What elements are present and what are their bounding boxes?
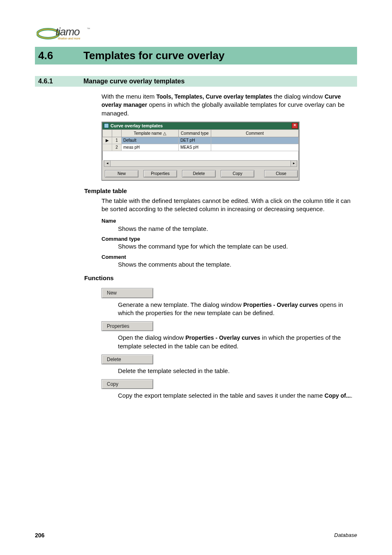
row-index: 2 xyxy=(112,144,122,151)
intro-text: the dialog window xyxy=(272,93,325,100)
cell-cmd: DET pH xyxy=(179,137,211,144)
dialog-name: Properties - Overlay curves xyxy=(185,334,260,341)
def-name-desc: Shows the name of the template. xyxy=(118,225,357,233)
scroll-left-icon[interactable]: ◂ xyxy=(104,161,111,166)
def-comment-desc: Shows the comments about the template. xyxy=(118,260,357,269)
col-template-name[interactable]: Template name △ xyxy=(122,129,179,137)
new-button-desc: Generate a new template. The dialog wind… xyxy=(118,301,357,318)
col-ptr xyxy=(103,129,112,137)
table-empty-area xyxy=(102,151,299,160)
page-number: 206 xyxy=(35,532,44,539)
brand-name: tiamo xyxy=(55,25,80,38)
def-comment-term: Comment xyxy=(101,253,357,261)
cell-name: Default xyxy=(122,137,179,144)
delete-button[interactable]: Delete xyxy=(101,355,153,364)
page: tiamo ™ titration and more 4.6Templates … xyxy=(0,0,392,555)
def-name-term: Name xyxy=(101,217,357,225)
delete-button[interactable]: Delete xyxy=(182,170,216,177)
dialog-button-row: New Properties Delete Copy Close xyxy=(102,168,299,180)
close-button[interactable]: Close xyxy=(264,170,298,177)
functions-heading: Functions xyxy=(84,274,357,281)
copy-button[interactable]: Copy xyxy=(221,170,254,177)
cell-comment xyxy=(211,144,299,151)
template-table-heading: Template table xyxy=(84,187,357,194)
col-index xyxy=(112,129,122,137)
scroll-track[interactable] xyxy=(111,161,291,166)
properties-button-desc: Open the dialog window Properties - Over… xyxy=(118,334,357,350)
properties-button[interactable]: Properties xyxy=(101,321,153,331)
cell-name: meas pH xyxy=(122,144,179,151)
template-table-para: The table with the defined templates can… xyxy=(101,197,357,214)
scroll-right-icon[interactable]: ▸ xyxy=(291,161,297,166)
intro-paragraph: With the menu item Tools, Templates, Cur… xyxy=(101,92,357,181)
copy-button[interactable]: Copy xyxy=(101,379,153,389)
brand-logo: tiamo ™ titration and more xyxy=(37,25,94,43)
templates-table: Template name △ Command type Comment ▶ 1… xyxy=(102,129,299,152)
section-number: 4.6 xyxy=(38,49,83,62)
section-title: Templates for curve overlay xyxy=(83,49,224,62)
dialog-name: Properties - Overlay curves xyxy=(243,302,318,308)
dialog-title: Curve overlay templates xyxy=(111,123,163,129)
subsection-heading: 4.6.1Manage curve overlay templates xyxy=(35,76,357,87)
copy-button-desc: Copy the export template selected in the… xyxy=(118,391,357,400)
new-button[interactable]: New xyxy=(101,288,153,298)
cell-comment xyxy=(211,137,299,144)
intro-text: With the menu item xyxy=(101,93,156,100)
row-index: 1 xyxy=(112,137,122,144)
section-heading: 4.6Templates for curve overlay xyxy=(35,47,357,64)
subsection-title: Manage curve overlay templates xyxy=(83,78,184,85)
close-icon[interactable]: × xyxy=(292,123,298,129)
table-row[interactable]: ▶ 1 Default DET pH xyxy=(103,137,299,144)
delete-button-desc: Delete the template selected in the tabl… xyxy=(118,367,357,375)
intro-menu-path: Tools, Templates, Curve overlay template… xyxy=(156,93,272,100)
app-icon xyxy=(104,123,109,128)
horizontal-scrollbar[interactable]: ◂ ▸ xyxy=(104,160,297,167)
template-table-body: The table with the defined templates can… xyxy=(101,197,357,269)
row-pointer-icon xyxy=(103,144,112,151)
def-cmd-term: Command type xyxy=(101,235,357,243)
page-footer: 206 Database xyxy=(35,532,357,539)
functions-body: New Generate a new template. The dialog … xyxy=(101,284,357,400)
subsection-number: 4.6.1 xyxy=(38,78,83,85)
copy-name: Copy of... xyxy=(325,392,351,399)
table-row[interactable]: 2 meas pH MEAS pH xyxy=(103,144,299,151)
new-button[interactable]: New xyxy=(105,170,138,177)
col-comment[interactable]: Comment xyxy=(211,129,299,137)
footer-source: Database xyxy=(334,532,357,539)
brand-tagline: titration and more xyxy=(58,37,80,40)
def-cmd-desc: Shows the command type for which the tem… xyxy=(118,242,357,251)
col-command-type[interactable]: Command type xyxy=(179,129,211,137)
dialog-titlebar: Curve overlay templates × xyxy=(102,122,299,129)
properties-button[interactable]: Properties xyxy=(143,170,177,177)
row-pointer-icon: ▶ xyxy=(103,137,112,144)
dialog-window: Curve overlay templates × Template name … xyxy=(101,122,300,181)
cell-cmd: MEAS pH xyxy=(179,144,211,151)
brand-tm: ™ xyxy=(87,27,90,31)
